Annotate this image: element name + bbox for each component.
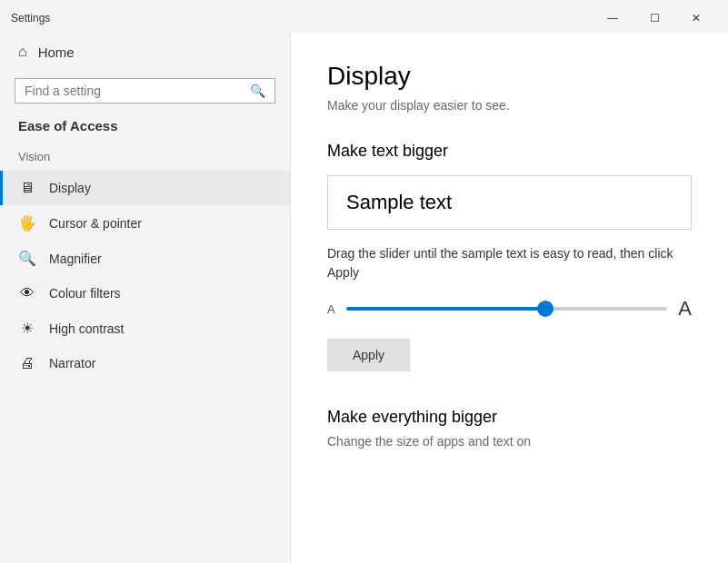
colour-filters-icon: 👁 [18, 285, 36, 301]
sidebar-item-colour-filters[interactable]: 👁 Colour filters [0, 276, 290, 311]
sidebar-item-display[interactable]: 🖥 Display [0, 171, 290, 205]
sidebar-item-high-contrast[interactable]: ☀ High contrast [0, 311, 290, 346]
page-subtitle: Make your display easier to see. [327, 98, 692, 113]
restore-button[interactable]: ☐ [633, 5, 675, 31]
sidebar-category-vision: Vision [0, 144, 290, 171]
apply-button[interactable]: Apply [327, 339, 410, 371]
narrator-icon: 🖨 [18, 355, 36, 371]
make-everything-bigger-desc: Change the size of apps and text on [327, 434, 692, 449]
sample-text-box: Sample text [327, 175, 692, 230]
sidebar-item-narrator[interactable]: 🖨 Narrator [0, 346, 290, 380]
titlebar-controls: — ☐ ✕ [592, 5, 717, 31]
sidebar-item-label: Colour filters [49, 286, 121, 301]
display-icon: 🖥 [18, 180, 36, 196]
sample-text: Sample text [346, 191, 452, 213]
sidebar-item-home[interactable]: ⌂ Home [0, 33, 290, 71]
minimize-button[interactable]: — [592, 5, 633, 31]
magnifier-icon: 🔍 [18, 250, 36, 267]
slider-large-label: A [678, 297, 692, 321]
sidebar-item-magnifier[interactable]: 🔍 Magnifier [0, 241, 290, 276]
slider-track [346, 307, 668, 311]
sidebar-home-label: Home [38, 44, 75, 60]
search-icon[interactable]: 🔍 [250, 84, 265, 98]
slider-small-label: A [327, 302, 335, 316]
make-everything-bigger-heading: Make everything bigger [327, 408, 692, 427]
slider-description: Drag the slider until the sample text is… [327, 244, 692, 282]
search-bar: 🔍 [15, 78, 275, 104]
slider-thumb[interactable] [537, 301, 553, 317]
sidebar-item-cursor[interactable]: 🖐 Cursor & pointer [0, 205, 290, 241]
make-text-bigger-heading: Make text bigger [327, 142, 692, 161]
sidebar: ⌂ Home 🔍 Ease of Access Vision 🖥 Display… [0, 33, 291, 563]
sidebar-section-title: Ease of Access [0, 114, 290, 144]
slider-row: A A [327, 297, 692, 321]
slider-track-fill [346, 307, 545, 311]
sidebar-item-label: High contrast [49, 321, 124, 336]
high-contrast-icon: ☀ [18, 320, 36, 337]
home-icon: ⌂ [18, 44, 27, 60]
search-input[interactable] [25, 84, 243, 98]
sidebar-item-label: Magnifier [49, 252, 102, 266]
titlebar: Settings — ☐ ✕ [0, 0, 728, 33]
cursor-icon: 🖐 [18, 214, 36, 232]
titlebar-title: Settings [11, 12, 50, 25]
content-area: Display Make your display easier to see.… [291, 33, 728, 563]
sidebar-item-label: Narrator [49, 356, 95, 370]
close-button[interactable]: ✕ [675, 5, 717, 31]
slider-container [346, 300, 668, 318]
sidebar-item-label: Display [49, 181, 91, 195]
sidebar-item-label: Cursor & pointer [49, 216, 142, 231]
main-layout: ⌂ Home 🔍 Ease of Access Vision 🖥 Display… [0, 33, 728, 563]
page-title: Display [327, 62, 692, 91]
